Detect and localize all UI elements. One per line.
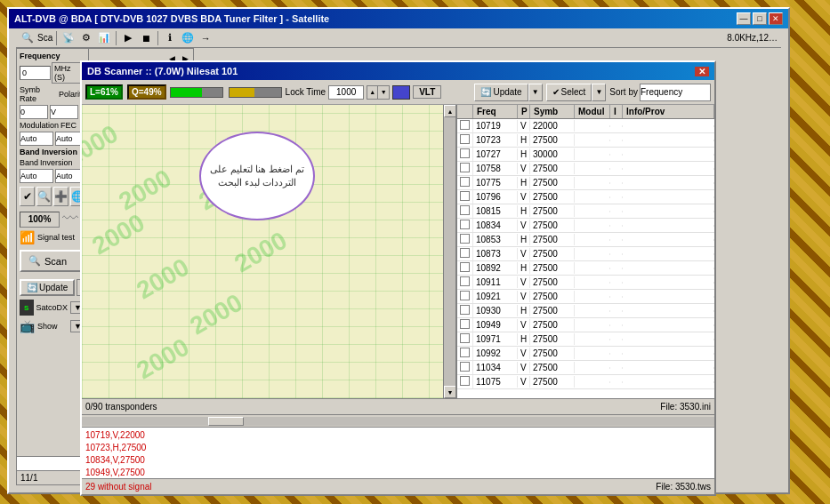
row-p: V — [518, 220, 530, 231]
table-row[interactable]: 10853 H 27500 — [457, 233, 714, 247]
table-row[interactable]: 10727 H 30000 — [457, 148, 714, 162]
table-row[interactable]: 10921 V 27500 — [457, 290, 714, 304]
row-checkbox[interactable] — [457, 261, 473, 275]
lock-time-down[interactable]: ▼ — [378, 86, 389, 99]
row-checkbox[interactable] — [457, 133, 473, 147]
row-checkbox[interactable] — [457, 148, 473, 161]
toolbar-globe-icon[interactable]: 🌐 — [180, 30, 196, 46]
row-checkbox[interactable] — [457, 233, 473, 246]
toolbar-satellite-icon[interactable]: 📡 — [60, 30, 77, 46]
row-freq: 10892 — [473, 262, 518, 274]
toolbar-chart-icon[interactable]: 📊 — [96, 30, 112, 46]
select-button[interactable]: ✔ Select — [546, 84, 592, 101]
band-select[interactable]: Auto — [20, 169, 53, 183]
scan-button[interactable]: 🔍 Scan — [20, 250, 85, 272]
check-icon-btn[interactable]: ✔ — [20, 187, 35, 206]
update-button[interactable]: 🔄 Update — [474, 84, 528, 101]
row-i — [610, 168, 623, 170]
select-arrow[interactable]: ▼ — [592, 84, 606, 101]
row-freq: 10796 — [473, 191, 518, 203]
config-update-button[interactable]: 🔄 Update — [20, 279, 75, 296]
row-checkbox[interactable] — [457, 190, 473, 204]
row-i — [610, 324, 623, 326]
maximize-button[interactable]: □ — [753, 12, 767, 25]
table-row[interactable]: 10796 V 27500 — [457, 190, 714, 204]
row-modul — [575, 310, 610, 312]
lock-time-input[interactable] — [328, 85, 364, 100]
row-checkbox[interactable] — [457, 318, 473, 332]
table-row[interactable]: 10892 H 27500 — [457, 261, 714, 276]
row-checkbox[interactable] — [457, 304, 473, 317]
row-checkbox[interactable] — [457, 347, 473, 360]
row-freq: 10873 — [473, 248, 518, 260]
row-symb: 27500 — [530, 234, 575, 245]
toolbar-settings-icon[interactable]: ⚙ — [78, 30, 94, 46]
toolbar-stop-icon[interactable]: ⏹ — [138, 30, 154, 46]
table-row[interactable]: 10873 V 27500 — [457, 247, 714, 261]
search-icon-btn[interactable]: 🔍 — [36, 187, 52, 206]
table-row[interactable]: 10911 V 27500 — [457, 276, 714, 290]
frequency-input[interactable] — [20, 66, 51, 80]
table-row[interactable]: 10775 H 27500 — [457, 176, 714, 190]
row-checkbox[interactable] — [457, 332, 473, 346]
row-checkbox[interactable] — [457, 276, 473, 289]
table-row[interactable]: 11034 V 27500 — [457, 361, 714, 375]
row-i — [610, 282, 623, 284]
toolbar-info-icon[interactable]: ℹ — [162, 30, 178, 46]
polarity-select[interactable]: VH — [50, 105, 78, 119]
table-row[interactable]: 10758 V 27500 — [457, 162, 714, 176]
row-checkbox[interactable] — [457, 247, 473, 260]
toolbar-arrow-icon[interactable]: → — [197, 30, 214, 46]
scroll-down-btn[interactable]: ▼ — [444, 386, 456, 398]
row-checkbox[interactable] — [457, 219, 473, 232]
table-row[interactable]: 10834 V 27500 — [457, 219, 714, 233]
row-symb: 27500 — [530, 220, 575, 231]
row-checkbox[interactable] — [457, 162, 473, 175]
freq-table-header: Freq P Symb Modul I Info/Prov — [457, 105, 714, 119]
table-row[interactable]: 10971 H 27500 — [457, 332, 714, 347]
update-arrow[interactable]: ▼ — [528, 84, 543, 101]
toolbar-freq-label: 8.0KHz,12… — [727, 33, 778, 43]
table-row[interactable]: 10815 H 27500 — [457, 204, 714, 219]
scanner-close-button[interactable]: ✕ — [695, 67, 709, 76]
log-scroll-thumb[interactable] — [208, 417, 244, 426]
sort-by-select[interactable]: Frequency — [640, 84, 711, 101]
row-checkbox[interactable] — [457, 375, 473, 388]
update-arrow-icon: 🔄 — [27, 283, 37, 292]
signal-indicators: L=61% Q=49% — [85, 84, 166, 100]
table-row[interactable]: 10723 H 27500 — [457, 133, 714, 148]
row-checkbox[interactable] — [457, 361, 473, 374]
table-row[interactable]: 10949 V 27500 — [457, 318, 714, 332]
table-row[interactable]: 11075 V 27500 — [457, 375, 714, 389]
row-symb: 27500 — [530, 134, 575, 146]
vlt-button[interactable]: VLT — [413, 85, 441, 99]
minimize-button[interactable]: — — [737, 12, 751, 25]
add-icon-btn[interactable]: ➕ — [53, 187, 68, 206]
row-i — [610, 353, 623, 355]
lock-time-up[interactable]: ▲ — [367, 86, 378, 99]
close-button[interactable]: ✕ — [769, 12, 783, 25]
row-info — [623, 282, 714, 284]
row-checkbox[interactable] — [457, 204, 473, 218]
row-i — [610, 253, 623, 255]
row-modul — [575, 140, 610, 141]
toolbar-search-icon[interactable]: 🔍 — [20, 30, 36, 46]
row-symb: 22000 — [530, 120, 575, 132]
row-checkbox[interactable] — [457, 119, 473, 132]
row-modul — [575, 296, 610, 298]
signal-map-scrollbar[interactable]: ▲ ▼ — [443, 105, 455, 398]
table-row[interactable]: 10930 H 27500 — [457, 304, 714, 318]
table-row[interactable]: 10992 V 27500 — [457, 347, 714, 361]
row-modul — [575, 168, 610, 170]
row-info — [623, 211, 714, 212]
list-item: 10834,V,27500 — [85, 454, 711, 467]
modulation-select[interactable]: Auto — [20, 132, 53, 146]
q-value: 49% — [144, 87, 162, 97]
toolbar-play-icon[interactable]: ▶ — [120, 30, 136, 46]
scroll-up-btn[interactable]: ▲ — [444, 105, 456, 117]
row-checkbox[interactable] — [457, 176, 473, 189]
table-row[interactable]: 10719 V 22000 — [457, 119, 714, 133]
row-checkbox[interactable] — [457, 290, 473, 303]
row-modul — [575, 339, 610, 340]
symb-rate-input[interactable] — [20, 105, 48, 119]
